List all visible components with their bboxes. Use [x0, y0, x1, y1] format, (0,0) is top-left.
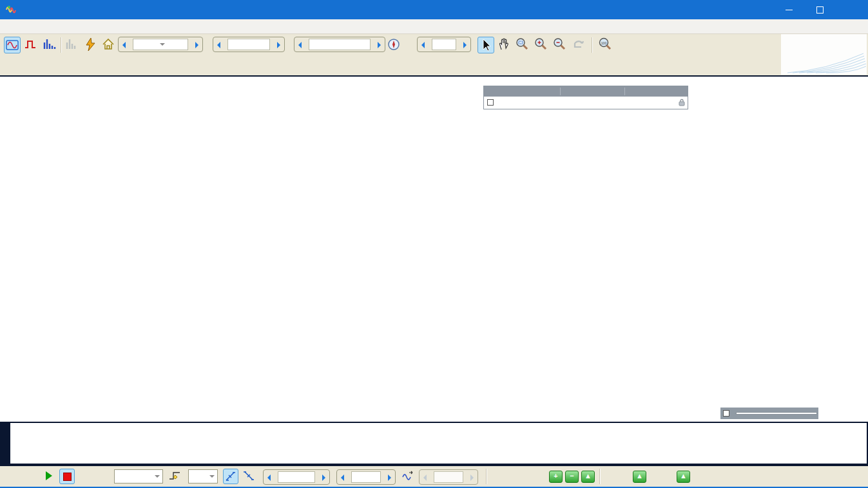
ruler-legend-header — [484, 86, 688, 97]
frequency-value — [736, 412, 817, 415]
logo-swoosh — [781, 51, 867, 74]
picoscope-window: 100 — [0, 0, 868, 488]
frequency-legend[interactable] — [720, 408, 818, 419]
ruler-legend-values — [484, 97, 688, 109]
logo-panel — [781, 34, 867, 75]
ruler-legend-checkbox[interactable] — [487, 99, 494, 106]
frequency-checkbox[interactable] — [723, 410, 729, 417]
lock-icon[interactable] — [679, 99, 685, 106]
ruler-legend[interactable] — [483, 86, 688, 109]
